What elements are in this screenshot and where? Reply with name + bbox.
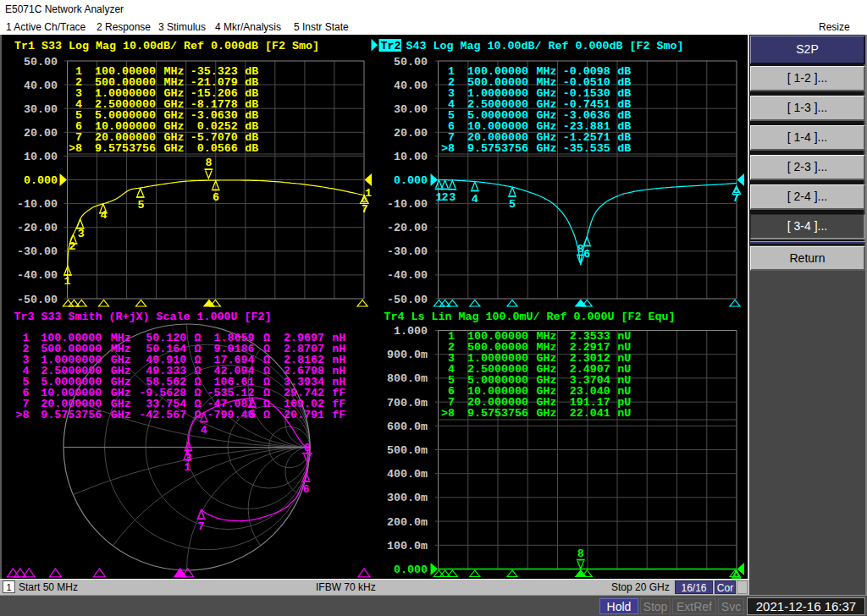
svg-text:S43 Log Mag 10.00dB/ Ref 0.000: S43 Log Mag 10.00dB/ Ref 0.000dB [F2 Smo…: [406, 40, 684, 52]
svg-text:>8: >8: [69, 142, 82, 155]
svg-text:-35.535: -35.535: [563, 142, 610, 155]
svg-text:0.000: 0.000: [24, 174, 58, 187]
svg-text:20.00: 20.00: [24, 127, 58, 140]
svg-text:6: 6: [583, 248, 590, 261]
svg-text:GHz: GHz: [537, 407, 557, 420]
svg-text:20.791: 20.791: [284, 409, 324, 421]
svg-text:50.00: 50.00: [394, 56, 428, 69]
svg-text:-20.00: -20.00: [17, 222, 58, 234]
svg-text:GHz: GHz: [111, 409, 131, 421]
svg-text:-10.00: -10.00: [17, 198, 58, 211]
svg-text:GHz: GHz: [537, 142, 557, 155]
svg-text:Tr4 Ls Lin Mag 100.0mU/ Ref 0.: Tr4 Ls Lin Mag 100.0mU/ Ref 0.000U [F2 E…: [384, 311, 676, 323]
svg-text:5: 5: [138, 199, 145, 212]
svg-text:fF: fF: [332, 409, 345, 421]
svg-text:10.00: 10.00: [24, 151, 58, 163]
svg-text:1: 1: [64, 275, 71, 288]
svg-text:nU: nU: [617, 407, 631, 420]
svg-text:8: 8: [577, 547, 584, 560]
svg-text:0.0566: 0.0566: [197, 142, 238, 155]
svg-text:>8: >8: [441, 142, 455, 155]
svg-text:6: 6: [213, 191, 219, 204]
svg-text:4: 4: [472, 193, 478, 206]
svg-text:1: 1: [365, 187, 372, 200]
svg-text:0.000: 0.000: [394, 564, 428, 576]
svg-text:600.0m: 600.0m: [387, 421, 428, 433]
svg-text:2: 2: [69, 240, 76, 253]
svg-text:9.5753756: 9.5753756: [467, 407, 528, 420]
svg-text:9.5753756: 9.5753756: [95, 142, 156, 155]
svg-text:7: 7: [198, 520, 205, 533]
svg-text:3: 3: [449, 191, 456, 204]
svg-text:400.0m: 400.0m: [387, 468, 428, 481]
svg-text:-50.00: -50.00: [387, 294, 428, 306]
svg-text:7: 7: [732, 192, 739, 205]
svg-text:Tr2: Tr2: [381, 40, 401, 52]
svg-text:50.00: 50.00: [24, 56, 58, 69]
svg-text:40.00: 40.00: [394, 80, 428, 92]
svg-text:GHz: GHz: [164, 142, 185, 155]
svg-text:22.041: 22.041: [570, 407, 610, 420]
svg-text:30.00: 30.00: [394, 103, 428, 116]
svg-text:100.0m: 100.0m: [387, 540, 428, 553]
svg-text:8: 8: [577, 243, 584, 256]
svg-text:dB: dB: [617, 142, 631, 155]
svg-text:900.0m: 900.0m: [387, 349, 428, 361]
svg-text:8: 8: [205, 157, 212, 169]
svg-text:>8: >8: [441, 407, 455, 420]
svg-text:-10.00: -10.00: [387, 198, 428, 211]
svg-text:-30.00: -30.00: [387, 245, 428, 258]
svg-text:200.0m: 200.0m: [387, 516, 428, 529]
svg-text:500.0m: 500.0m: [387, 444, 428, 457]
svg-text:-30.00: -30.00: [17, 245, 58, 258]
svg-text:9.5753756: 9.5753756: [467, 142, 528, 155]
svg-text:1.000: 1.000: [394, 325, 428, 338]
svg-text:-40.00: -40.00: [17, 269, 58, 282]
svg-text:dB: dB: [245, 142, 258, 155]
svg-text:700.0m: 700.0m: [387, 397, 428, 410]
svg-text:-50.00: -50.00: [17, 294, 58, 306]
svg-text:10.00: 10.00: [394, 151, 428, 163]
svg-text:9.5753756: 9.5753756: [41, 409, 102, 421]
svg-text:7: 7: [362, 203, 368, 216]
svg-text:Tr1 S33 Log Mag 10.00dB/ Ref 0: Tr1 S33 Log Mag 10.00dB/ Ref 0.000dB [F2…: [14, 40, 319, 52]
svg-text:Ω: Ω: [263, 409, 270, 421]
svg-text:3: 3: [78, 228, 85, 240]
svg-text:20.00: 20.00: [394, 127, 428, 140]
svg-text:30.00: 30.00: [24, 103, 58, 116]
svg-text:0.000: 0.000: [394, 174, 428, 187]
svg-text:-42.567: -42.567: [139, 409, 186, 421]
svg-text:-799.40: -799.40: [207, 409, 255, 421]
svg-text:300.0m: 300.0m: [387, 492, 428, 504]
svg-text:>8: >8: [15, 409, 29, 421]
svg-text:6: 6: [302, 483, 309, 496]
svg-text:Tr3 S33 Smith (R+jX) Scale 1.0: Tr3 S33 Smith (R+jX) Scale 1.000U [F2]: [14, 311, 272, 323]
svg-text:40.00: 40.00: [24, 80, 58, 92]
svg-text:800.0m: 800.0m: [387, 372, 428, 385]
svg-text:5: 5: [509, 198, 516, 211]
svg-text:Ω: Ω: [194, 409, 201, 421]
svg-text:-20.00: -20.00: [387, 222, 428, 234]
svg-text:4: 4: [201, 424, 207, 437]
svg-text:3: 3: [185, 452, 191, 465]
svg-text:8: 8: [304, 442, 311, 454]
svg-text:-40.00: -40.00: [387, 269, 428, 282]
svg-text:4: 4: [101, 209, 108, 222]
svg-text:2: 2: [442, 191, 449, 204]
